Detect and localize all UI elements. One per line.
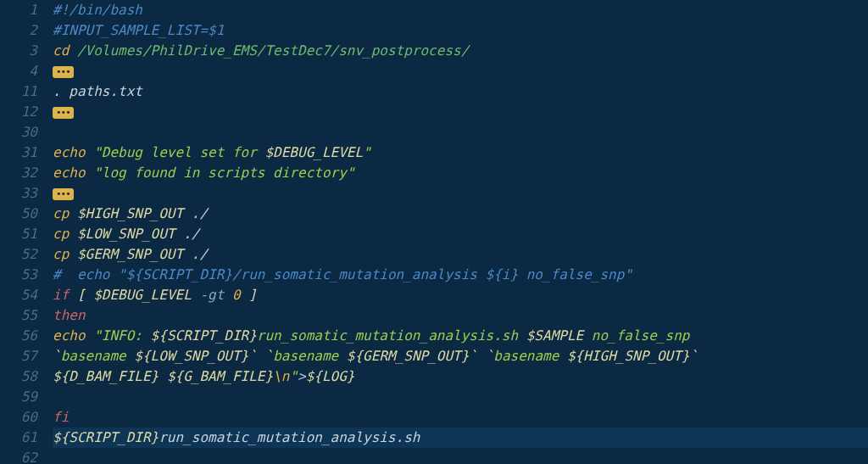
line-number: 51 [0, 224, 37, 244]
line-number: 31 [0, 143, 37, 163]
line-number-gutter: 1 2 3 4 11 12 30 31 32 33 50 51 52 53 54… [0, 0, 49, 464]
line-number: 50 [0, 204, 37, 224]
line-number: 32 [0, 163, 37, 183]
code-line: cd /Volumes/PhilDrive_EMS/TestDec7/snv_p… [53, 41, 868, 61]
code-line: #INPUT_SAMPLE_LIST=$1 [53, 20, 868, 41]
line-number: 62 [0, 448, 37, 464]
code-line: # echo "${SCRIPT_DIR}/run_somatic_mutati… [53, 265, 868, 285]
code-line: cp $GERM_SNP_OUT ./ [53, 244, 868, 265]
code-line [53, 122, 868, 143]
code-line: echo "Debug level set for $DEBUG_LEVEL" [53, 143, 868, 163]
code-line: ••• [53, 61, 868, 81]
code-line: ••• [53, 183, 868, 204]
code-line: fi [53, 407, 868, 428]
line-number: 52 [0, 244, 37, 265]
code-line: echo "log found in scripts directory" [53, 163, 868, 183]
line-number: 55 [0, 305, 37, 326]
code-line: cp $HIGH_SNP_OUT ./ [53, 204, 868, 224]
line-number: 58 [0, 366, 37, 387]
code-line: . paths.txt [53, 81, 868, 102]
line-number: 12 [0, 102, 37, 122]
line-number: 60 [0, 407, 37, 428]
line-number: 59 [0, 387, 37, 407]
code-line-current: ${SCRIPT_DIR}run_somatic_mutation_analys… [53, 428, 868, 448]
code-line: then [53, 305, 868, 326]
code-editor[interactable]: 1 2 3 4 11 12 30 31 32 33 50 51 52 53 54… [0, 0, 868, 464]
code-line: ${D_BAM_FILE} ${G_BAM_FILE}\n">${LOG} [53, 366, 868, 387]
line-number: 56 [0, 326, 37, 346]
line-number: 33 [0, 183, 37, 204]
code-line: cp $LOW_SNP_OUT ./ [53, 224, 868, 244]
line-number: 53 [0, 265, 37, 285]
fold-marker-icon[interactable]: ••• [53, 66, 74, 78]
code-line [53, 387, 868, 407]
line-number: 30 [0, 122, 37, 143]
code-line: `basename ${LOW_SNP_OUT}` `basename ${GE… [53, 346, 868, 366]
code-line: if [ $DEBUG_LEVEL -gt 0 ] [53, 285, 868, 305]
line-number: 54 [0, 285, 37, 305]
code-content[interactable]: #!/bin/bash #INPUT_SAMPLE_LIST=$1 cd /Vo… [49, 0, 868, 464]
code-line [53, 448, 868, 464]
line-number: 57 [0, 346, 37, 366]
line-number: 4 [0, 61, 37, 81]
line-number: 2 [0, 20, 37, 41]
fold-marker-icon[interactable]: ••• [53, 188, 74, 200]
code-line: ••• [53, 102, 868, 122]
line-number: 61 [0, 428, 37, 448]
fold-marker-icon[interactable]: ••• [53, 107, 74, 119]
line-number: 11 [0, 81, 37, 102]
line-number: 1 [0, 0, 37, 20]
code-line: echo "INFO: ${SCRIPT_DIR}run_somatic_mut… [53, 326, 868, 346]
line-number: 3 [0, 41, 37, 61]
code-line: #!/bin/bash [53, 0, 868, 20]
